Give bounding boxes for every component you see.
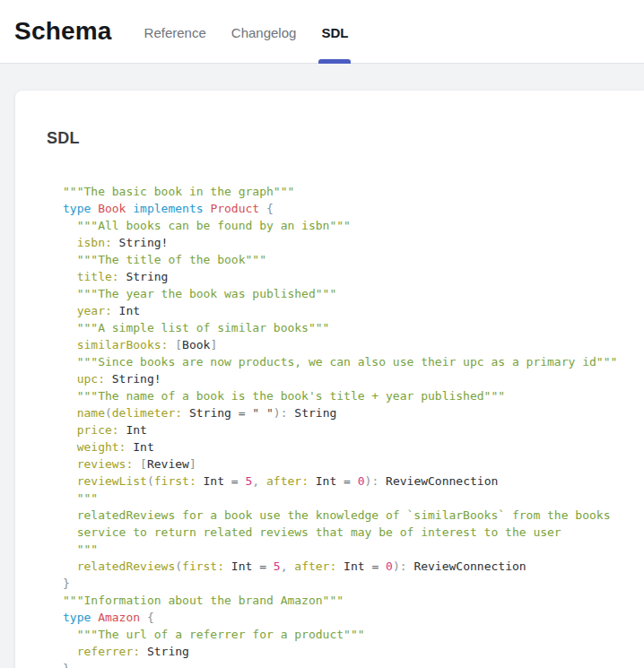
code-line: """The name of a book is the book's titl… [63, 387, 626, 404]
code-line: """ [63, 490, 626, 507]
tab-changelog-label: Changelog [231, 25, 297, 40]
code-line: type Book implements Product { [63, 200, 626, 217]
code-line: relatedReviews for a book use the knowle… [63, 507, 626, 524]
code-line: price: Int [63, 421, 626, 438]
code-line: reviews: [Review] [63, 455, 626, 473]
code-line: """ [63, 541, 626, 558]
code-line: weight: Int [63, 438, 626, 455]
code-line: """The basic book in the graph""" [63, 183, 626, 200]
tab-sdl-label: SDL [321, 25, 348, 40]
code-line: """The url of a referrer for a product""… [63, 626, 626, 643]
code-line: } [63, 660, 626, 668]
active-tab-indicator [318, 59, 351, 64]
code-line: isbn: String! [63, 234, 626, 251]
code-line: """All books can be found by an isbn""" [63, 217, 626, 234]
code-line: """A simple list of similar books""" [63, 319, 626, 336]
schema-tabs: Reference Changelog SDL [144, 0, 349, 63]
code-line: """The title of the book""" [63, 251, 626, 268]
sdl-code-block: """The basic book in the graph"""type Bo… [63, 183, 626, 668]
page-content: SDL """The basic book in the graph"""typ… [0, 91, 644, 668]
sdl-heading: SDL [47, 129, 626, 148]
code-line: relatedReviews(first: Int = 5, after: In… [63, 558, 626, 575]
code-line: """Information about the brand Amazon""" [63, 592, 626, 609]
code-line: name(delimeter: String = " "): String [63, 404, 626, 421]
code-line: """Since books are now products, we can … [63, 353, 626, 370]
code-line: reviewList(first: Int = 5, after: Int = … [63, 473, 626, 490]
tab-sdl[interactable]: SDL [321, 0, 348, 63]
code-line: service to return related reviews that m… [63, 524, 626, 541]
sdl-card: SDL """The basic book in the graph"""typ… [15, 91, 644, 668]
code-line: year: Int [63, 302, 626, 319]
tab-reference[interactable]: Reference [144, 0, 206, 63]
schema-header: Schema Reference Changelog SDL [0, 0, 644, 64]
page-title: Schema [14, 17, 112, 46]
tab-reference-label: Reference [144, 25, 206, 40]
code-line: } [63, 575, 626, 592]
code-line: type Amazon { [63, 609, 626, 626]
code-line: similarBooks: [Book] [63, 336, 626, 353]
code-line: referrer: String [63, 643, 626, 660]
tab-changelog[interactable]: Changelog [231, 0, 297, 63]
code-line: """The year the book was published""" [63, 285, 626, 302]
code-line: title: String [63, 268, 626, 285]
code-line: upc: String! [63, 370, 626, 387]
